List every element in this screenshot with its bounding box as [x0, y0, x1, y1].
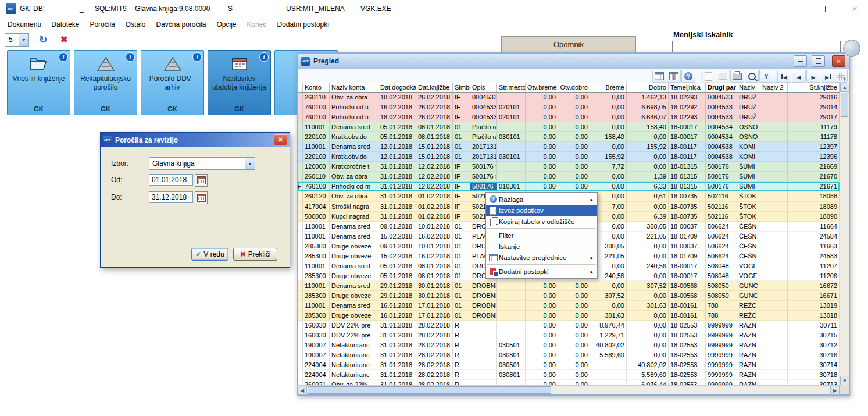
- cell-dobro[interactable]: 0,00: [627, 350, 669, 360]
- cell-otv-dobro[interactable]: 0,00: [558, 380, 590, 385]
- cell-otv-dobro[interactable]: 0,00: [558, 102, 590, 112]
- table-row[interactable]: 260110Obv. za obra31.01.201812.02.2018IF…: [298, 172, 840, 182]
- cell-dobro[interactable]: 6.646,07: [627, 112, 669, 122]
- cell-breme[interactable]: 0,00: [590, 182, 627, 191]
- cell-naziv-konta[interactable]: DDV 22% pre: [330, 330, 378, 340]
- cell-naziv[interactable]: ŠUMI: [737, 162, 760, 171]
- cell-breme[interactable]: 307,52: [590, 291, 627, 300]
- cell-dat-dogodka[interactable]: 09.01.2018: [378, 241, 416, 251]
- cell-drugi-partner[interactable]: 0004533: [706, 93, 737, 102]
- cell-simbol[interactable]: 01: [453, 142, 470, 151]
- menu-item-datoteke[interactable]: Datoteke: [46, 17, 84, 31]
- vertical-scrollbar[interactable]: [840, 83, 849, 385]
- cell-temeljnica[interactable]: 18-02293: [669, 93, 706, 102]
- cell-opis[interactable]: 0004533: [470, 93, 497, 102]
- cell-str-mesto[interactable]: [497, 162, 526, 171]
- cell-dat-knjizbe[interactable]: 01.02.2018: [416, 212, 453, 221]
- column-header-temeljnica[interactable]: Temeljnica: [669, 83, 706, 92]
- cell-opis[interactable]: [470, 340, 497, 350]
- cell-dat-dogodka[interactable]: 31.01.2018: [378, 191, 416, 201]
- cell-simbol[interactable]: R: [453, 321, 470, 330]
- cell-dat-knjizbe[interactable]: 01.02.2018: [416, 191, 453, 201]
- cell-naziv-2[interactable]: [760, 330, 788, 340]
- date-to-calendar-button[interactable]: [195, 191, 208, 204]
- cell-dat-dogodka[interactable]: 31.01.2018: [378, 330, 416, 340]
- cell-naziv[interactable]: ČEŠN: [737, 232, 760, 241]
- cell-dat-knjizbe[interactable]: 01.02.2018: [416, 202, 453, 211]
- cell-dat-dogodka[interactable]: 16.01.2018: [378, 311, 416, 320]
- context-menu-item-izvoz-podatkov[interactable]: Izvoz podatkov: [486, 205, 597, 216]
- cell-opis[interactable]: [470, 380, 497, 385]
- cell-naziv[interactable]: DRUŽ: [737, 112, 760, 122]
- cell-dat-knjizbe[interactable]: 30.01.2018: [416, 281, 453, 290]
- cell-breme[interactable]: 0,00: [590, 102, 627, 112]
- cell-str-mesto[interactable]: 030501: [497, 340, 526, 350]
- cell-drugi-partner[interactable]: 0004533: [706, 102, 737, 112]
- cell-str-mesto[interactable]: [497, 301, 526, 310]
- cell-simbol[interactable]: R: [453, 360, 470, 369]
- cell-temeljnica[interactable]: 18-01315: [669, 172, 706, 181]
- cell-dat-knjizbe[interactable]: 26.02.2018: [416, 102, 453, 112]
- cell-drugi-partner[interactable]: 9999999: [706, 350, 737, 360]
- cell-temeljnica[interactable]: 18-00017: [669, 261, 706, 271]
- menu-item-dodatni-postopki[interactable]: Dodatni postopki: [272, 17, 334, 31]
- delete-button[interactable]: [57, 33, 71, 46]
- cell-otv-dobro[interactable]: 0,00: [558, 360, 590, 369]
- cell-simbol[interactable]: 01: [453, 241, 470, 251]
- cell-dobro[interactable]: 307,52: [627, 281, 669, 290]
- cell-naziv[interactable]: ČEŠN: [737, 241, 760, 251]
- table-row[interactable]: 220100Kratk.obv.do12.01.201815.01.201801…: [298, 152, 840, 162]
- cancel-button[interactable]: ✖ Prekliči: [233, 248, 277, 261]
- cell-dat-dogodka[interactable]: 31.01.2018: [378, 162, 416, 171]
- cell-konto[interactable]: 760100: [303, 112, 330, 122]
- table-row[interactable]: 110001Denarna sred12.01.201815.01.201801…: [298, 142, 840, 152]
- cell-naziv-konta[interactable]: Kratkoročne t: [330, 162, 378, 171]
- context-menu-item-razlaga[interactable]: Razlaga: [486, 194, 597, 205]
- cell-simbol[interactable]: R: [453, 380, 470, 385]
- cell-st-knjizbe[interactable]: 11206: [788, 271, 840, 280]
- pregled-minimize-button[interactable]: [794, 55, 807, 67]
- cell-temeljnica[interactable]: 18-02292: [669, 102, 706, 112]
- table-row[interactable]: 224004Nefakturiranc31.01.201828.02.2018R…: [298, 360, 840, 370]
- menu-item-dokumenti[interactable]: Dokumenti: [2, 17, 46, 31]
- cell-otv-dobro[interactable]: 0,00: [558, 162, 590, 171]
- column-header-breme[interactable]: Breme: [590, 83, 627, 92]
- table-row[interactable]: 285300Druge obveze16.01.201817.01.201801…: [298, 311, 840, 321]
- cell-dat-knjizbe[interactable]: 17.01.2018: [416, 311, 453, 320]
- cell-opis[interactable]: [470, 370, 497, 379]
- cell-dat-dogodka[interactable]: 12.01.2018: [378, 142, 416, 151]
- context-menu-item-dodatni-postopki[interactable]: Dodatni postopki: [486, 266, 597, 277]
- column-header-str-mesto[interactable]: Str.mesto: [497, 83, 526, 92]
- cell-breme[interactable]: [590, 380, 627, 385]
- column-header-simbol[interactable]: Simbol: [453, 83, 470, 92]
- cell-naziv-2[interactable]: [760, 191, 788, 201]
- cell-dobro[interactable]: 221,05: [627, 232, 669, 241]
- izbor-select[interactable]: Glavna knjiga: [149, 157, 255, 170]
- cell-dat-knjizbe[interactable]: 10.01.2018: [416, 222, 453, 231]
- cell-st-knjizbe[interactable]: 18090: [788, 212, 840, 221]
- pregled-title-bar[interactable]: Pregled: [298, 54, 849, 69]
- cell-naziv[interactable]: ČEŠN: [737, 251, 760, 261]
- cell-naziv-2[interactable]: [760, 340, 788, 350]
- cell-drugi-partner[interactable]: 502116: [706, 212, 737, 221]
- search-orb-icon[interactable]: [843, 40, 860, 57]
- cell-breme[interactable]: 158,40: [590, 132, 627, 141]
- cell-drugi-partner[interactable]: 506624: [706, 222, 737, 231]
- cell-dat-dogodka[interactable]: 31.01.2018: [378, 340, 416, 350]
- cell-naziv[interactable]: OSNO: [737, 132, 760, 141]
- cell-st-knjizbe[interactable]: 11179: [788, 122, 840, 131]
- cell-naziv[interactable]: ŠUMI: [737, 172, 760, 181]
- cell-dobro[interactable]: 158,40: [627, 122, 669, 131]
- cell-konto[interactable]: 760100: [303, 102, 330, 112]
- cell-naziv-2[interactable]: [760, 112, 788, 122]
- menu-item-poročila[interactable]: Poročila: [84, 17, 120, 31]
- date-from-field[interactable]: [149, 174, 193, 186]
- cell-konto[interactable]: 224004: [303, 360, 330, 369]
- cell-naziv[interactable]: RAZN: [737, 380, 760, 385]
- cell-opis[interactable]: 0004533: [470, 112, 497, 122]
- cell-otv-dobro[interactable]: 0,00: [558, 291, 590, 300]
- tile-rekapitulacijsko-poročilo[interactable]: Rekapitulacijsko poročiloGK: [74, 50, 137, 115]
- cell-st-knjizbe[interactable]: 30716: [788, 350, 840, 360]
- cell-simbol[interactable]: 01: [453, 291, 470, 300]
- cell-konto[interactable]: 110001: [303, 232, 330, 241]
